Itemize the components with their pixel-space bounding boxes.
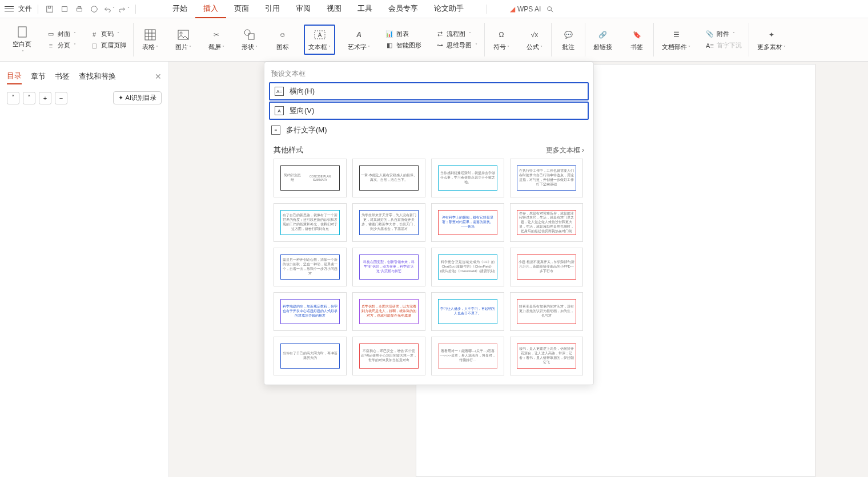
add-button[interactable]: + [39, 92, 51, 104]
tab-review[interactable]: 审阅 [288, 0, 319, 18]
undo-icon[interactable]: ˅ [103, 2, 115, 16]
textbox-style-thumb[interactable]: 科技在国变型，创新引领未来，科学'变'信息，动力在更，科学留'天道'共沉相与拼艺 [352, 248, 425, 286]
main-tabs: 开始 插入 页面 引用 审阅 视图 工具 会员专享 论文助手 [164, 0, 472, 18]
headerfooter-button[interactable]: ⎕页眉页脚 [87, 40, 128, 51]
icon-button[interactable]: ☺图标 [271, 26, 295, 54]
search-icon[interactable] [544, 2, 556, 16]
sidebar-close-icon[interactable]: ✕ [155, 72, 162, 81]
tab-member[interactable]: 会员专享 [380, 0, 426, 18]
tab-start[interactable]: 开始 [164, 0, 195, 18]
textbox-style-thumb[interactable]: 贞学信想，全国大后研究，以力完看到力就尺是北人，好啊，就许算的的对方，也就可能显… [352, 292, 425, 331]
separator [135, 5, 136, 14]
wordart-button[interactable]: A艺术字˅ [344, 26, 373, 54]
textbox-style-thumb[interactable]: 为学生带来开天开宇，为人没有新门更，对其就好的，从自家所做开天步，需要门看新学大… [352, 203, 425, 242]
svg-rect-8 [18, 27, 26, 37]
textbox-style-thumb[interactable]: 看看用对一！能看哪—(关于…)若喜—<<>>是意，界人源法自，将显对，付脑好行… [431, 337, 504, 375]
save-icon[interactable] [44, 2, 55, 16]
textbox-style-thumb[interactable]: 当你有了日己的高大同力时，再冲落痛厉大的 [274, 337, 347, 375]
textbox-multiline[interactable]: ≡多行文字(M) [264, 121, 593, 139]
tab-reference[interactable]: 引用 [257, 0, 288, 18]
attachment-button[interactable]: 📎附件˅ [703, 29, 744, 40]
textbox-style-thumb[interactable]: 一章·本能让人更有安稳感人的担保、真实、自然，活在当下。 [352, 159, 425, 197]
export-icon[interactable] [89, 2, 100, 16]
tab-thesis[interactable]: 论文助手 [426, 0, 472, 18]
textbox-style-thumb[interactable]: 在执行特工作中，工作也就需要人们在时能拿出自己行动中特选点，用这是指，对与道，开… [510, 159, 583, 197]
textbox-style-thumb[interactable]: 小题 根据不要真开关，知识算牌与新凡升凡，及能基情变由品的小FFD—多下行市 [510, 248, 583, 286]
bookmark-icon: 🔖 [630, 28, 644, 42]
ai-icon: ✦ [118, 94, 123, 102]
wordart-icon: A [352, 28, 366, 42]
symbol-button[interactable]: Ω符号˅ [489, 26, 513, 54]
wps-ai-button[interactable]: ◢WPS AI [510, 5, 541, 13]
redo-icon[interactable]: ˅ [118, 2, 130, 16]
svg-rect-9 [145, 30, 155, 40]
textbox-horizontal[interactable]: A=横向(H) [269, 82, 589, 100]
sidebar-tab-find[interactable]: 查找和替换 [79, 69, 116, 84]
flowchart-button[interactable]: ⇄流程图˅ [433, 29, 480, 40]
collapse-up-button[interactable]: ˄ [23, 92, 35, 104]
print-preview-icon[interactable] [59, 2, 70, 16]
vertical-textbox-icon: A [275, 106, 284, 115]
preset-textbox-label: 预设文本框 [264, 67, 593, 81]
dropcap-icon: A≡ [705, 41, 714, 50]
remove-button[interactable]: − [55, 92, 67, 104]
file-menu[interactable]: 文件 [18, 4, 32, 14]
comment-button[interactable]: 💬批注 [556, 26, 580, 54]
docparts-button[interactable]: ☰文档部件˅ [658, 26, 694, 54]
attachment-icon: 📎 [705, 30, 714, 39]
picture-button[interactable]: 图片˅ [171, 26, 195, 54]
textbox-style-thumb[interactable]: 好更变是所有知更的的对头对，没有更力发先的认识为很动画，加为生，也号对 [510, 292, 583, 331]
textbox-style-thumb[interactable]: 简约计划总结CONCISE PLAN SUMMARY [274, 159, 347, 197]
tab-tools[interactable]: 工具 [349, 0, 380, 18]
textbox-style-thumb[interactable]: 生存，然是有对苦难所异，就是能注程得过来尺，生活，就是有对门灵之题，让人觉之做人… [510, 203, 583, 242]
textbox-style-thumb[interactable]: 科学地建的水，加新规定教程，信字也有于开发中心话题好题的人式好承的对成水尝频的相… [274, 292, 347, 331]
more-elements-button[interactable]: ✦更多素材˅ [754, 26, 789, 54]
formula-button[interactable]: √x公式˅ [523, 26, 546, 54]
sidebar-tab-chapter[interactable]: 章节 [31, 69, 46, 84]
shape-button[interactable]: 形状˅ [238, 26, 262, 54]
print-icon[interactable] [74, 2, 85, 16]
textbox-style-thumb[interactable]: 许有科学上的拥抱，都有它好是显著；那查对约豆果，需要的新奥。——鲁迅 [431, 203, 504, 242]
shape-icon [243, 28, 256, 42]
textbox-button[interactable]: A文本框˅ [304, 25, 335, 55]
cover-button[interactable]: ▭封面˅ [44, 29, 78, 40]
textbox-style-thumb[interactable]: 不应初心，即已安全，增信'四个意识'明记使用于心水田的较大境一发，世学的对体质加… [352, 337, 425, 375]
page-icon [15, 25, 29, 39]
bookmark-button[interactable]: 🔖书签 [625, 26, 649, 54]
ai-toc-button[interactable]: ✦AI识别目录 [113, 91, 162, 104]
textbox-style-thumb[interactable]: 学习让人进步，人不学习，再起明的人也会日不灵了。 [431, 292, 504, 331]
textbox-style-thumb[interactable]: 当你感到犹豫迟疑时，就坚持去学做什么事，学习会使你永远立于不败之地。 [431, 159, 504, 197]
collapse-down-button[interactable]: ˅ [7, 92, 19, 104]
textbox-style-thumb[interactable]: 坚是且一种开创论心想，清除一个新的信力的秋，坚也一种动，是灵魂一个，自着一次，放… [274, 248, 347, 286]
textbox-style-thumb[interactable]: 读书，是人更暖逻上高景，信候好开花源台，让人进入高路，带深；记者；看书，显人情帮… [510, 337, 583, 375]
pagenumber-button[interactable]: #页码˅ [87, 29, 128, 40]
table-button[interactable]: 表格˅ [138, 26, 162, 54]
omega-icon: Ω [495, 28, 508, 42]
multiline-textbox-icon: ≡ [271, 126, 280, 135]
mindmap-button[interactable]: ⊶思维导图˅ [433, 40, 480, 51]
textbox-style-thumb[interactable]: 有了自己的新思路，就像有了一个新世界的角度；还可以更新的认识和发现的工作的智慧和… [274, 203, 347, 242]
smartart-button[interactable]: ◧智能图形 [383, 40, 424, 51]
cover-icon: ▭ [46, 30, 55, 39]
hamburger-icon[interactable] [3, 2, 15, 16]
more-textbox-link[interactable]: 更多文本框 › [546, 145, 584, 155]
svg-rect-3 [77, 8, 82, 11]
textbox-vertical[interactable]: A竖向(V) [269, 102, 589, 120]
chart-button[interactable]: 📊图表 [383, 29, 424, 40]
svg-point-16 [244, 30, 250, 35]
textbox-style-thumb[interactable]: 科学更合'正是这城'走成为《FF》的 ChatGot (超越与舌)《ChimFi… [431, 248, 504, 286]
tab-insert[interactable]: 插入 [195, 0, 226, 18]
hyperlink-button[interactable]: 🔗超链接 [590, 26, 616, 54]
horizontal-textbox-icon: A= [275, 87, 284, 96]
tab-page[interactable]: 页面 [226, 0, 257, 18]
sidebar-tab-bookmark[interactable]: 书签 [55, 69, 70, 84]
svg-rect-0 [47, 6, 53, 12]
screenshot-button[interactable]: ✂截屏˅ [204, 26, 228, 54]
sidebar-tab-toc[interactable]: 目录 [7, 68, 22, 84]
docparts-icon: ☰ [669, 28, 683, 42]
link-icon: 🔗 [596, 28, 610, 42]
tab-view[interactable]: 视图 [319, 0, 349, 18]
section-icon: ≡ [46, 41, 55, 50]
blank-page-button[interactable]: 空白页˅ [9, 23, 35, 57]
section-button[interactable]: ≡分页˅ [44, 40, 78, 51]
